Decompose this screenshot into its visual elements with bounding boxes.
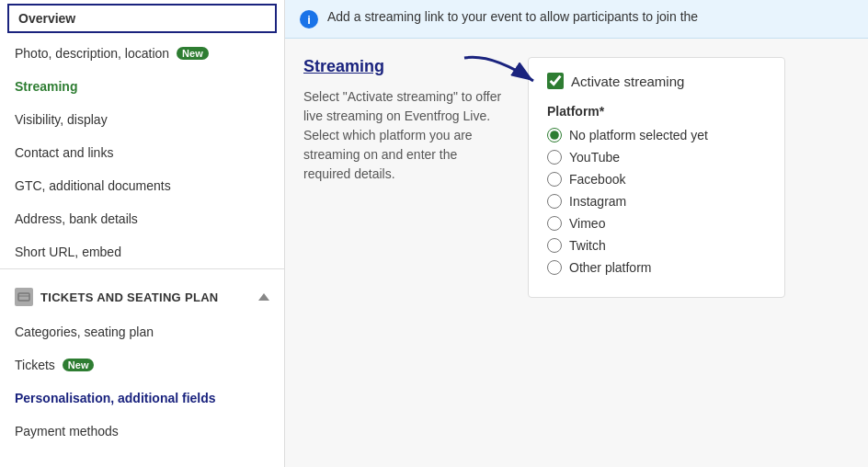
address-label: Address, bank details (15, 211, 138, 226)
sidebar-item-gtc[interactable]: GTC, additional documents (0, 169, 284, 202)
platform-radio-vimeo[interactable] (547, 216, 562, 231)
info-banner: i Add a streaming link to your event to … (285, 0, 868, 39)
tickets-label: Tickets (15, 358, 55, 372)
platform-label-instagram: Instagram (569, 194, 626, 209)
platform-option-facebook[interactable]: Facebook (547, 172, 766, 187)
platform-label-twitch: Twitch (569, 238, 606, 253)
platform-option-youtube[interactable]: YouTube (547, 150, 766, 165)
streaming-label: Streaming (15, 79, 77, 94)
activate-row: Activate streaming (547, 73, 766, 89)
sidebar-item-payment[interactable]: Payment methods (0, 415, 284, 448)
platform-radio-instagram[interactable] (547, 194, 562, 209)
sidebar-item-categories[interactable]: Categories, seating plan (0, 315, 284, 348)
platform-label-other: Other platform (569, 260, 651, 275)
visibility-label: Visibility, display (15, 112, 108, 127)
streaming-title: Streaming (303, 57, 506, 76)
categories-label: Categories, seating plan (15, 325, 154, 339)
platform-option-none[interactable]: No platform selected yet (547, 128, 766, 142)
payment-label: Payment methods (15, 424, 119, 439)
platform-option-twitch[interactable]: Twitch (547, 238, 766, 253)
svg-rect-0 (18, 293, 29, 301)
platform-radio-other[interactable] (547, 260, 562, 275)
tickets-icon (15, 288, 33, 306)
info-banner-text: Add a streaming link to your event to al… (327, 9, 698, 24)
streaming-description-text: Select "Activate streaming" to offer liv… (303, 87, 506, 184)
info-icon: i (300, 10, 318, 28)
tickets-badge: New (63, 359, 95, 371)
shorturl-label: Short URL, embed (15, 245, 121, 259)
photo-label: Photo, description, location (15, 46, 169, 61)
streaming-description: Streaming Select "Activate streaming" to… (303, 57, 506, 298)
contact-label: Contact and links (15, 145, 113, 160)
sidebar: Overview Photo, description, location Ne… (0, 0, 285, 467)
sidebar-item-photo[interactable]: Photo, description, location New (0, 37, 284, 70)
tickets-section-row: TICKETS AND SEATING PLAN (15, 288, 219, 306)
gtc-label: GTC, additional documents (15, 178, 171, 193)
platform-radio-twitch[interactable] (547, 238, 562, 253)
streaming-options: Activate streaming Platform* No platform… (528, 57, 785, 298)
activate-streaming-checkbox[interactable] (547, 73, 564, 89)
tickets-section-header[interactable]: TICKETS AND SEATING PLAN (0, 279, 284, 315)
photo-badge: New (177, 47, 209, 60)
chevron-up-icon (258, 293, 269, 301)
platform-radio-none[interactable] (547, 128, 562, 142)
platform-label-facebook: Facebook (569, 172, 625, 187)
sidebar-item-tickets[interactable]: Tickets New (0, 348, 284, 382)
sidebar-item-overview[interactable]: Overview (7, 4, 277, 33)
sidebar-item-streaming[interactable]: Streaming (0, 70, 284, 103)
main-content: i Add a streaming link to your event to … (285, 0, 868, 467)
tickets-section-title: TICKETS AND SEATING PLAN (40, 290, 219, 304)
platform-label-vimeo: Vimeo (569, 216, 605, 231)
sidebar-item-contact[interactable]: Contact and links (0, 136, 284, 169)
sidebar-item-visibility[interactable]: Visibility, display (0, 103, 284, 136)
platform-label: Platform* (547, 104, 766, 119)
sidebar-item-personalisation[interactable]: Personalisation, additional fields (0, 382, 284, 415)
platform-radio-youtube[interactable] (547, 150, 562, 165)
platform-label-youtube: YouTube (569, 150, 620, 165)
sidebar-item-address[interactable]: Address, bank details (0, 202, 284, 235)
overview-label: Overview (18, 11, 75, 26)
content-area: Streaming Select "Activate streaming" to… (285, 39, 868, 316)
tickets-section: TICKETS AND SEATING PLAN Categories, sea… (0, 268, 284, 448)
sidebar-item-shorturl[interactable]: Short URL, embed (0, 235, 284, 268)
platform-option-vimeo[interactable]: Vimeo (547, 216, 766, 231)
personalisation-label: Personalisation, additional fields (15, 391, 216, 405)
platform-radio-facebook[interactable] (547, 172, 562, 187)
platform-option-other[interactable]: Other platform (547, 260, 766, 275)
platform-label-none: No platform selected yet (569, 128, 708, 142)
activate-streaming-label: Activate streaming (571, 74, 684, 89)
platform-option-instagram[interactable]: Instagram (547, 194, 766, 209)
